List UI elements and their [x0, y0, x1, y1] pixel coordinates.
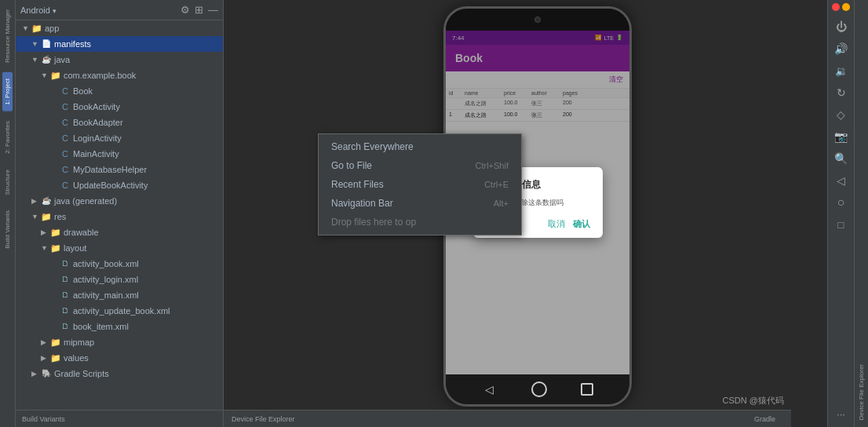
- tree-item-drawable[interactable]: ▶ 📁 drawable: [16, 224, 223, 240]
- device-file-explorer-label[interactable]: Device File Explorer: [858, 364, 865, 421]
- tree-item-MainActivity[interactable]: ▶ C MainActivity: [16, 146, 223, 162]
- phone-nav-bar: ◁: [446, 374, 629, 404]
- far-left-strip: Resource Manager 1: Project 2: Favorites…: [0, 0, 16, 427]
- tree-item-BookAdapter[interactable]: ▶ C BookAdapter: [16, 115, 223, 130]
- favorites-tab[interactable]: 2: Favorites: [2, 115, 13, 160]
- tree-item-LoginActivity[interactable]: ▶ C LoginActivity: [16, 130, 223, 146]
- home-btn[interactable]: ○: [831, 192, 852, 213]
- project-tab[interactable]: 1: Project: [2, 72, 13, 111]
- tree-item-activity-book[interactable]: ▶ 🗋 activity_book.xml: [16, 256, 223, 272]
- camera-dot: [534, 16, 541, 23]
- rotate-btn[interactable]: ↻: [831, 82, 852, 103]
- window-controls: [832, 3, 850, 11]
- bottom-left-panel-tabs: Build Variants: [16, 410, 223, 427]
- dialog-cancel-button[interactable]: 取消: [548, 218, 565, 230]
- nav-recent-btn[interactable]: [581, 383, 593, 396]
- tree-item-layout[interactable]: ▼ 📁 layout: [16, 240, 223, 256]
- dialog-confirm-button[interactable]: 确认: [573, 218, 590, 230]
- main-content: Search Everywhere Go to File Ctrl+Shif R…: [224, 0, 827, 427]
- nav-home-btn[interactable]: [531, 381, 547, 397]
- panel-header: Android ▾ ⚙ ⊞ —: [16, 0, 223, 20]
- nav-back-btn[interactable]: ◁: [482, 381, 498, 397]
- menu-item-nav-bar[interactable]: Navigation Bar Alt+: [319, 194, 521, 213]
- android-selector[interactable]: Android ▾: [20, 5, 57, 15]
- camera-btn[interactable]: 📷: [831, 126, 852, 147]
- tree-item-BookActivity[interactable]: ▶ C BookActivity: [16, 99, 223, 115]
- tree-item-activity-main[interactable]: ▶ 🗋 activity_main.xml: [16, 287, 223, 303]
- recent-apps-btn[interactable]: □: [831, 214, 852, 235]
- gradle-bottom-tab[interactable]: Gradle: [754, 415, 775, 423]
- tree-item-values[interactable]: ▶ 📁 values: [16, 350, 223, 366]
- tree-item-manifests[interactable]: ▼ 📄 manifests: [16, 36, 223, 52]
- tree-item-java[interactable]: ▼ ☕ java: [16, 52, 223, 68]
- build-variants-bottom-tab[interactable]: Build Variants: [16, 414, 71, 425]
- back-btn[interactable]: ◁: [831, 170, 852, 191]
- emulator-toolbar: ⏻ 🔊 🔉 ↻ ◇ 📷 🔍 ◁ ○ □ ···: [827, 0, 854, 427]
- menu-item-search[interactable]: Search Everywhere: [319, 137, 521, 156]
- power-btn[interactable]: ⏻: [831, 16, 852, 37]
- tree-item-activity-login[interactable]: ▶ 🗋 activity_login.xml: [16, 272, 223, 287]
- tree-item-java-generated[interactable]: ▶ ☕ java (generated): [16, 193, 223, 209]
- tree-item-book-item[interactable]: ▶ 🗋 book_item.xml: [16, 319, 223, 334]
- device-file-explorer-tab[interactable]: Device File Explorer: [232, 415, 295, 423]
- tree-item-UpdateBookActivity[interactable]: ▶ C UpdateBookActivity: [16, 177, 223, 193]
- menu-item-recent-files[interactable]: Recent Files Ctrl+E: [319, 175, 521, 194]
- tree-item-package[interactable]: ▼ 📁 com.example.book: [16, 68, 223, 83]
- project-panel: Android ▾ ⚙ ⊞ — ▼ 📁 app ▼ 📄 manifests ▼: [16, 0, 224, 427]
- tree-item-MyDatabaseHelper[interactable]: ▶ C MyDatabaseHelper: [16, 162, 223, 177]
- tree-item-gradle[interactable]: ▶ 🐘 Gradle Scripts: [16, 366, 223, 381]
- context-menu: Search Everywhere Go to File Ctrl+Shif R…: [318, 133, 522, 235]
- tree-item-app[interactable]: ▼ 📁 app: [16, 20, 223, 36]
- more-options-btn[interactable]: ···: [831, 403, 852, 424]
- phone-top-notch: [446, 9, 629, 31]
- minimize-window-btn[interactable]: [842, 3, 850, 11]
- resource-manager-tab[interactable]: Resource Manager: [2, 3, 13, 69]
- gear-icon[interactable]: ⚙: [181, 4, 190, 16]
- menu-item-goto-file[interactable]: Go to File Ctrl+Shif: [319, 156, 521, 175]
- screenshot-btn[interactable]: ◇: [831, 104, 852, 125]
- zoom-btn[interactable]: 🔍: [831, 148, 852, 169]
- layout-icon[interactable]: ⊞: [195, 4, 203, 16]
- build-variants-tab[interactable]: Build Variants: [2, 204, 13, 255]
- volume-down-btn[interactable]: 🔉: [831, 60, 852, 81]
- file-tree: ▼ 📁 app ▼ 📄 manifests ▼ ☕ java ▼ 📁 com.e…: [16, 20, 223, 410]
- tree-item-Book[interactable]: ▶ C Book: [16, 83, 223, 99]
- menu-item-drop-files: Drop files here to op: [319, 213, 521, 232]
- minimize-icon[interactable]: —: [208, 4, 218, 16]
- tree-item-res[interactable]: ▼ 📁 res: [16, 209, 223, 224]
- bottom-status-bar: Device File Explorer Gradle: [224, 410, 791, 427]
- volume-up-btn[interactable]: 🔊: [831, 38, 852, 59]
- far-right-strip: Device File Explorer: [854, 0, 868, 427]
- structure-tab[interactable]: Structure: [2, 163, 13, 201]
- watermark: CSDN @猿代码: [723, 395, 784, 407]
- tree-item-activity-update-book[interactable]: ▶ 🗋 activity_update_book.xml: [16, 303, 223, 319]
- close-window-btn[interactable]: [832, 3, 840, 11]
- tree-item-mipmap[interactable]: ▶ 📁 mipmap: [16, 334, 223, 350]
